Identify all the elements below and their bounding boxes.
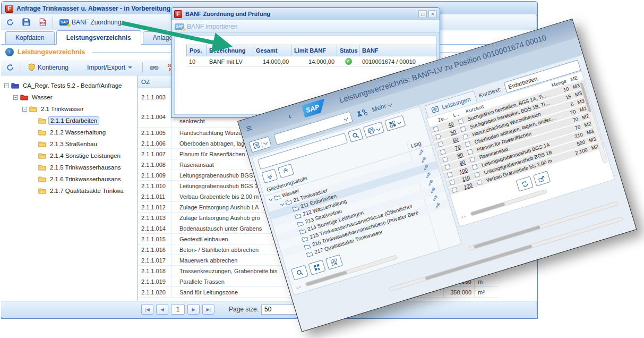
horizontal-scrollbar[interactable] <box>470 189 547 217</box>
toolbar-separator <box>53 17 53 28</box>
column-gap <box>171 213 175 223</box>
tree-item[interactable]: −Wasser <box>1 91 137 103</box>
document-split-button[interactable] <box>248 136 271 153</box>
next-page-button[interactable]: ▶ <box>187 304 200 315</box>
oz-column-header[interactable]: OZ <box>138 79 171 85</box>
transfer-button[interactable] <box>533 171 551 186</box>
pdf-icon: PDF <box>39 18 46 26</box>
search-button[interactable] <box>148 63 161 72</box>
current-page-box[interactable]: 1 <box>171 304 185 315</box>
wrench-icon <box>423 164 430 171</box>
column-gap <box>171 223 175 233</box>
tab-kopfdaten[interactable]: Kopfdaten <box>5 31 55 44</box>
collapse-up-icon[interactable]: ↑ <box>5 48 14 56</box>
tree-item[interactable]: −2.1 Trinkwasser <box>1 103 137 115</box>
first-page-button[interactable]: |◀ <box>141 304 153 315</box>
column-gap <box>171 276 175 286</box>
checkbox[interactable] <box>452 187 458 193</box>
main-window-title: Anfrage Trinkwasser u. Abwasser - in Vor… <box>16 5 170 12</box>
leistungen-panel: Ze... L... Kurztext Menge ME 40Suchgrabe… <box>426 71 615 227</box>
column-header-banf[interactable]: BANF <box>359 45 437 56</box>
column-header-status[interactable]: Status <box>337 45 359 56</box>
checkbox[interactable] <box>474 172 480 178</box>
tree-item-label: 2.1.3 Straßenbau <box>48 140 99 148</box>
lstg-column-header[interactable]: Lstg <box>410 139 422 148</box>
scroll-left-icon[interactable]: ‹ › <box>461 214 466 219</box>
tree-item[interactable]: 2.1.4 Sonstige Leistungen <box>1 150 137 162</box>
checkbox[interactable] <box>469 157 475 163</box>
import-export-label: Import/Export <box>87 64 125 71</box>
expander-icon[interactable]: − <box>13 95 18 100</box>
column-gap <box>171 181 175 191</box>
chevron-down-icon[interactable] <box>280 202 284 206</box>
tree-item[interactable]: 2.1.1 Erdarbeiten <box>1 115 137 126</box>
checkbox[interactable] <box>458 119 463 124</box>
column-header-limit-banf[interactable]: Limit BANF <box>291 45 337 56</box>
import-export-menu[interactable]: Import/Export <box>85 63 134 72</box>
menu-hamburger-icon[interactable]: ≡ <box>245 122 253 134</box>
page-size-input[interactable] <box>261 305 296 315</box>
tree-item-label: 2.1.2 Wasserhaltung <box>48 129 107 136</box>
limit-banf-cell: 14.000,00 <box>291 56 337 67</box>
checkbox[interactable] <box>444 164 450 170</box>
checkbox[interactable] <box>465 141 471 147</box>
close-button[interactable]: × <box>428 10 437 18</box>
last-page-button[interactable]: ▶| <box>202 304 214 315</box>
oz-cell: 2.1.1.003 <box>138 88 171 106</box>
column-header-gesamt[interactable]: Gesamt <box>253 45 291 56</box>
chevron-down-icon[interactable] <box>269 197 272 200</box>
mehr-menu[interactable]: Mehr <box>371 100 393 114</box>
refresh-button[interactable] <box>4 18 16 27</box>
prev-page-button[interactable]: ◀ <box>156 304 168 315</box>
grid-split-button[interactable] <box>384 115 406 132</box>
checkbox[interactable] <box>476 180 482 185</box>
oz-cell: 2.1.1.008 <box>138 159 171 170</box>
tree-item[interactable]: 2.1.7 Qualitätsakte Trinkwa <box>1 185 137 197</box>
folder-icon <box>291 205 299 212</box>
sap-banf-icon: SAP <box>59 19 69 26</box>
kontierung-button[interactable]: Kontierung <box>26 62 71 72</box>
checkbox[interactable] <box>435 133 441 139</box>
checkbox[interactable] <box>440 149 446 155</box>
tree-item[interactable]: 2.1.6 Trinkwasserhausans <box>1 173 137 185</box>
page-size-label: Page size: <box>229 306 259 313</box>
tree-item[interactable]: 2.1.5 Trinkwasserhausans <box>1 162 137 173</box>
oz-cell: 2.1.1.014 <box>138 223 171 233</box>
refresh-list-button[interactable] <box>516 176 534 191</box>
l-column-header[interactable]: L... <box>452 110 462 118</box>
banf-zuordnung-button[interactable]: SAP BANF Zuordnung <box>57 18 123 27</box>
tree-item[interactable]: 2.1.2 Wasserhaltung <box>1 126 137 138</box>
search-button[interactable] <box>348 128 363 142</box>
checkbox[interactable] <box>462 133 468 139</box>
refresh-button-2[interactable] <box>4 63 16 72</box>
checkbox[interactable] <box>460 126 466 132</box>
checkbox[interactable] <box>437 141 443 147</box>
back-icon[interactable]: ‹ <box>287 111 292 121</box>
checkbox[interactable] <box>472 164 478 170</box>
expander-icon[interactable]: − <box>22 107 27 112</box>
checkbox[interactable] <box>467 149 473 155</box>
expander-icon[interactable]: − <box>4 83 9 88</box>
wrench-icon <box>430 187 437 195</box>
print-split-button[interactable] <box>363 122 385 138</box>
pdf-export-button[interactable]: PDF <box>37 17 48 27</box>
checkbox[interactable] <box>449 180 455 185</box>
zoom-button[interactable] <box>291 265 308 280</box>
deselect-block-button[interactable] <box>325 255 343 270</box>
banf-table-row[interactable]: 10 BANF mit LV 14.000,00 14.000,00 ✓ 001… <box>186 56 437 67</box>
select-block-button[interactable] <box>308 260 325 275</box>
checkbox[interactable] <box>433 126 439 132</box>
maximize-button[interactable]: □ <box>418 10 427 18</box>
tree-item[interactable]: −CA_Regr. Tests 5.2 - Bedarf/Anfrage <box>1 80 137 91</box>
dialog-app-icon: F <box>174 10 182 18</box>
collaboration-icon[interactable] <box>355 108 368 119</box>
checkbox[interactable] <box>447 172 453 178</box>
tree-item[interactable]: 2.1.3 Straßenbau <box>1 138 137 150</box>
oz-cell: 2.1.1.016 <box>138 244 171 255</box>
toolbar-separator <box>21 62 21 73</box>
checkbox[interactable] <box>442 157 448 163</box>
tree-item-label: Wasser <box>30 94 54 101</box>
save-button[interactable] <box>20 17 32 27</box>
folder-icon <box>303 243 311 250</box>
scroll-left-icon[interactable]: ‹ › <box>296 284 301 290</box>
